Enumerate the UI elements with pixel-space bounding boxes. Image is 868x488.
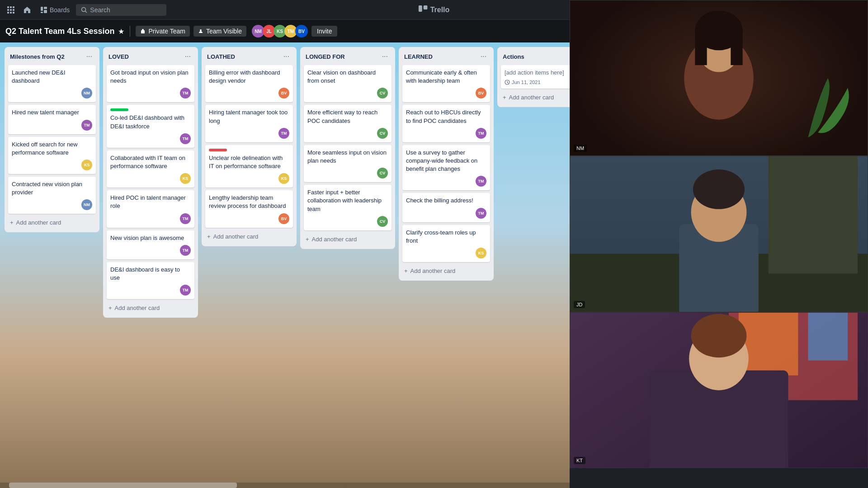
learned-list-menu[interactable]: ··· (479, 52, 488, 61)
main-content: Q2 Talent Team 4Ls Session ★ Private Tea… (0, 20, 868, 488)
card-avatar: TM (180, 88, 191, 99)
add-card-loved[interactable]: + Add another card (107, 302, 194, 314)
card-hired-poc[interactable]: Hired POC in talent manager role TM (107, 190, 194, 227)
card-avatar: KS (180, 173, 191, 184)
card-avatar: BV (278, 213, 289, 224)
actions-list-title: Actions (503, 53, 524, 60)
member-avatars: NM JL KS TM BV (252, 25, 308, 38)
svg-rect-7 (10, 12, 12, 14)
card-collaborated-it[interactable]: Collaborated with IT team on performance… (107, 150, 194, 188)
svg-rect-6 (7, 12, 9, 14)
loathed-list-menu[interactable]: ··· (282, 52, 291, 61)
svg-rect-9 (41, 7, 43, 11)
invite-button[interactable]: Invite (311, 26, 337, 37)
learned-list-header: LEARNED ··· (402, 51, 490, 62)
card-launched-dei[interactable]: Launched new DE&I dashboard NM (8, 65, 96, 102)
card-vision-plan[interactable]: Contracted new vision plan provider NM (8, 177, 96, 214)
milestones-list-menu[interactable]: ··· (85, 52, 94, 61)
loathed-list: LOATHED ··· Billing error with dashboard… (202, 47, 297, 246)
video-cell-2: JD (570, 156, 868, 312)
svg-rect-1 (10, 6, 12, 8)
card-co-led-dei[interactable]: Co-led DE&I dashboard with DE&I taskforc… (107, 105, 194, 147)
add-card-learned[interactable]: + Add another card (402, 265, 490, 277)
svg-rect-4 (10, 9, 12, 11)
svg-point-13 (82, 7, 86, 11)
card-reach-hbcu[interactable]: Reach out to HBCUs directly to find POC … (402, 105, 490, 142)
card-unclear-role[interactable]: Unclear role delineation with IT on perf… (205, 145, 293, 188)
loved-list-menu[interactable]: ··· (183, 52, 193, 61)
loathed-list-title: LOATHED (207, 53, 235, 60)
svg-rect-11 (44, 10, 47, 13)
card-lengthy-review[interactable]: Lengthy leadership team review process f… (205, 190, 293, 227)
card-avatar: NM (81, 199, 92, 210)
star-button[interactable]: ★ (118, 27, 124, 36)
card-avatar: TM (476, 128, 486, 139)
header-divider (130, 26, 130, 37)
card-avatar: TM (180, 245, 191, 256)
add-card-loathed[interactable]: + Add another card (205, 230, 293, 243)
actions-list: Actions ··· [add action items here] Jun … (497, 47, 570, 107)
boards-nav-button[interactable]: Boards (36, 5, 74, 15)
card-kicked-off[interactable]: Kicked off search for new performance so… (8, 137, 96, 174)
team-visible-button[interactable]: Team Visible (193, 26, 246, 37)
apps-icon[interactable] (4, 3, 18, 17)
longed-list-menu[interactable]: ··· (380, 52, 390, 61)
video-cell-3-name: KT (574, 457, 585, 464)
card-add-actions[interactable]: [add action items here] Jun 11, 2021 (501, 65, 570, 89)
svg-rect-16 (424, 5, 428, 9)
card-label-green (110, 108, 128, 111)
app-layout: Boards Search Trello (0, 0, 868, 488)
card-vision-awesome[interactable]: New vision plan is awesome TM (107, 230, 194, 259)
card-hired-talent[interactable]: Hired new talent manager TM (8, 105, 96, 134)
card-avatar: KS (476, 248, 486, 258)
card-avatar: CV (377, 216, 388, 227)
card-clear-vision[interactable]: Clear vision on dashboard from onset CV (304, 65, 392, 102)
lists-container[interactable]: Milestones from Q2 ··· Launched new DE&I… (0, 42, 570, 488)
learned-list: LEARNED ··· Communicate early & often wi… (399, 47, 494, 281)
board-title[interactable]: Q2 Talent Team 4Ls Session (5, 27, 114, 36)
card-avatar: KS (81, 160, 92, 170)
action-date: Jun 11, 2021 (512, 80, 541, 85)
search-bar[interactable]: Search (76, 4, 166, 16)
svg-rect-15 (419, 5, 422, 12)
milestones-list-header: Milestones from Q2 ··· (8, 51, 96, 62)
card-broad-input[interactable]: Got broad input on vision plan needs TM (107, 65, 194, 102)
svg-point-20 (200, 29, 202, 31)
card-faster-input[interactable]: Faster input + better collaboration with… (304, 185, 392, 230)
card-avatar: CV (377, 168, 388, 178)
card-avatar: BV (278, 88, 289, 99)
card-avatar: KS (278, 173, 289, 184)
svg-line-14 (85, 11, 87, 13)
add-card-longed[interactable]: + Add another card (304, 233, 392, 245)
card-efficient-poc[interactable]: More efficient way to reach POC candidat… (304, 105, 392, 142)
private-team-button[interactable]: Private Team (136, 26, 189, 37)
svg-rect-5 (13, 9, 14, 11)
svg-rect-8 (13, 12, 14, 14)
loathed-list-header: LOATHED ··· (205, 51, 293, 62)
card-communicate-early[interactable]: Communicate early & often with leadershi… (402, 65, 490, 102)
card-avatar: TM (476, 176, 486, 187)
add-card-actions[interactable]: + Add another card (501, 91, 570, 103)
card-hiring-too-long[interactable]: Hiring talent manager took too long TM (205, 105, 293, 142)
card-seamless-input[interactable]: More seamless input on vision plan needs… (304, 145, 392, 182)
card-check-billing[interactable]: Check the billing address! TM (402, 193, 490, 222)
svg-rect-2 (13, 6, 14, 8)
home-icon[interactable] (20, 3, 34, 17)
loved-list-header: LOVED ··· (107, 51, 194, 62)
longed-list: LONGED FOR ··· Clear vision on dashboard… (300, 47, 395, 249)
clock-icon (505, 80, 510, 85)
card-dei-easy[interactable]: DE&I dashboard is easy to use TM (107, 262, 194, 299)
milestones-list-title: Milestones from Q2 (10, 53, 65, 60)
trello-logo: Trello (419, 5, 450, 14)
horizontal-scrollbar[interactable] (0, 483, 570, 488)
card-avatar: NM (81, 88, 92, 99)
video-cell-1-name: NM (574, 145, 587, 152)
member-avatar-5[interactable]: BV (295, 25, 308, 38)
loved-list: LOVED ··· Got broad input on vision plan… (103, 47, 198, 318)
card-avatar: BV (476, 88, 486, 99)
add-card-milestones[interactable]: + Add another card (8, 216, 96, 229)
card-billing-error[interactable]: Billing error with dashboard design vend… (205, 65, 293, 102)
card-avatar: TM (81, 120, 92, 131)
card-clarify-roles[interactable]: Clarify cross-team roles up front KS (402, 225, 490, 262)
card-use-survey[interactable]: Use a survey to gather company-wide feed… (402, 145, 490, 191)
